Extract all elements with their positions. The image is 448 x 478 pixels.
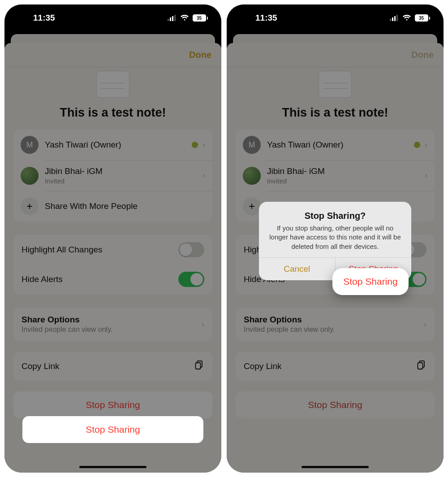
svg-rect-7 [392,17,393,21]
svg-rect-8 [394,16,396,21]
status-bar: 11:35 35 [227,4,444,31]
status-time: 11:35 [255,13,277,23]
phone-left: 11:35 35 Done This is a test n [4,4,221,473]
status-time: 11:35 [33,13,55,23]
phone-right: 11:35 35 Done This is a test n [227,4,444,473]
svg-rect-1 [170,17,171,21]
dim-overlay [4,4,221,473]
cellular-icon [168,15,177,21]
svg-rect-0 [168,19,169,21]
stop-sharing-button-highlight[interactable]: Stop Sharing [22,416,203,443]
cellular-icon [390,15,399,21]
status-icons: 35 [390,14,431,22]
svg-rect-9 [396,15,398,21]
status-icons: 35 [168,14,208,22]
stop-sharing-highlight[interactable]: Stop Sharing [332,268,409,295]
alert-title: Stop Sharing? [269,211,401,221]
wifi-icon [180,15,189,21]
battery-icon: 35 [415,14,431,22]
alert-message: If you stop sharing, other people will n… [269,224,401,251]
alert-cancel-button[interactable]: Cancel [259,258,336,280]
svg-rect-3 [174,15,176,21]
svg-rect-2 [172,16,173,21]
svg-rect-6 [390,19,391,21]
status-bar: 11:35 35 [4,4,221,31]
wifi-icon [402,15,411,21]
battery-icon: 35 [193,14,208,22]
